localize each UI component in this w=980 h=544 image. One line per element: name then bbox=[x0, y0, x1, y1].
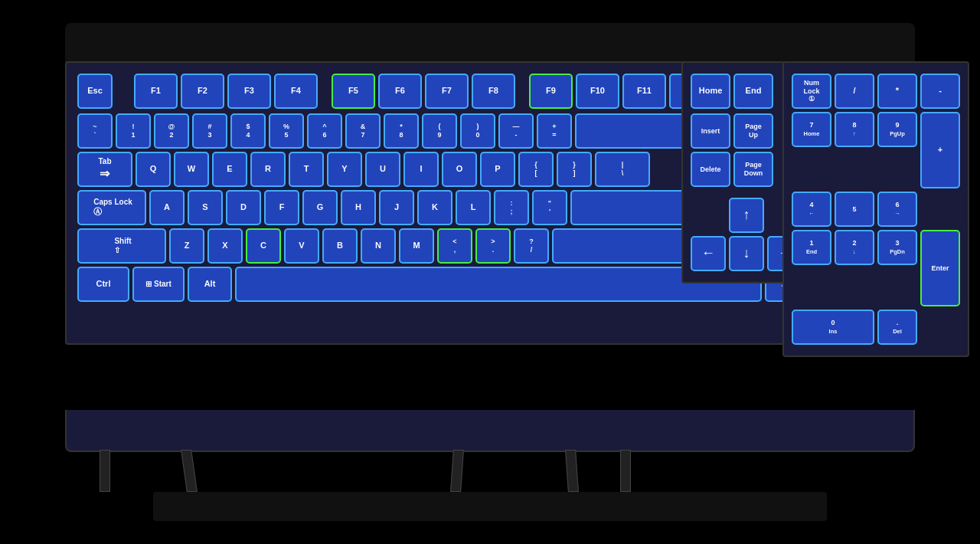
key-num3[interactable]: 3PgDn bbox=[877, 230, 917, 265]
key-d[interactable]: D bbox=[226, 190, 261, 225]
key-c[interactable]: C bbox=[246, 228, 281, 264]
key-arrow-up[interactable]: ↑ bbox=[729, 198, 764, 233]
key-m[interactable]: M bbox=[399, 228, 434, 264]
key-num8[interactable]: 8↑ bbox=[835, 112, 874, 147]
key-num5[interactable]: 5 bbox=[835, 192, 874, 227]
key-p[interactable]: P bbox=[480, 152, 515, 187]
key-2[interactable]: @2 bbox=[154, 113, 189, 149]
key-x[interactable]: X bbox=[207, 228, 243, 264]
key-num4[interactable]: 4← bbox=[792, 192, 831, 227]
key-arrow-left[interactable]: ← bbox=[691, 236, 726, 271]
key-equals[interactable]: += bbox=[537, 113, 572, 149]
key-quote[interactable]: "' bbox=[532, 190, 567, 225]
key-num-dot[interactable]: .Del bbox=[877, 310, 917, 345]
key-num-mul[interactable]: * bbox=[877, 74, 917, 109]
key-l[interactable]: L bbox=[456, 190, 491, 225]
key-n[interactable]: N bbox=[361, 228, 396, 264]
key-w[interactable]: W bbox=[174, 152, 209, 187]
key-f[interactable]: F bbox=[264, 190, 299, 225]
key-v[interactable]: V bbox=[284, 228, 319, 264]
key-f3[interactable]: F3 bbox=[227, 74, 271, 109]
key-comma[interactable]: <, bbox=[437, 228, 472, 264]
key-0[interactable]: )0 bbox=[460, 113, 495, 149]
key-f9[interactable]: F9 bbox=[529, 74, 573, 109]
key-num-enter[interactable]: Enter bbox=[920, 230, 960, 306]
key-t[interactable]: T bbox=[289, 152, 324, 187]
key-numlock[interactable]: NumLock① bbox=[792, 74, 831, 109]
key-g[interactable]: G bbox=[302, 190, 338, 225]
key-num6[interactable]: 6→ bbox=[877, 192, 917, 227]
key-home[interactable]: Home bbox=[691, 74, 730, 109]
key-num0[interactable]: 0Ins bbox=[792, 310, 874, 345]
key-minus[interactable]: —- bbox=[498, 113, 534, 149]
key-7[interactable]: &7 bbox=[345, 113, 381, 149]
key-4[interactable]: $4 bbox=[230, 113, 266, 149]
key-num-add[interactable]: + bbox=[920, 112, 960, 188]
key-ctrl-left[interactable]: Ctrl bbox=[77, 267, 129, 302]
key-f4[interactable]: F4 bbox=[274, 74, 318, 109]
key-backslash[interactable]: |\ bbox=[595, 152, 650, 187]
key-i[interactable]: I bbox=[403, 152, 439, 187]
key-q[interactable]: Q bbox=[136, 152, 171, 187]
key-num2[interactable]: 2↓ bbox=[835, 230, 874, 265]
key-k[interactable]: K bbox=[417, 190, 452, 225]
key-f7[interactable]: F7 bbox=[425, 74, 469, 109]
key-s[interactable]: S bbox=[188, 190, 223, 225]
key-shift-left[interactable]: Shift⇧ bbox=[77, 228, 166, 264]
key-e[interactable]: E bbox=[212, 152, 247, 187]
key-1[interactable]: !1 bbox=[116, 113, 151, 149]
key-3[interactable]: #3 bbox=[192, 113, 227, 149]
key-5[interactable]: %5 bbox=[269, 113, 304, 149]
key-insert[interactable]: Insert bbox=[691, 113, 730, 149]
key-pageup[interactable]: PageUp bbox=[733, 113, 773, 149]
key-arrow-down[interactable]: ↓ bbox=[729, 236, 764, 271]
key-semicolon[interactable]: :; bbox=[494, 190, 529, 225]
key-tilde[interactable]: ~` bbox=[77, 113, 113, 149]
key-f6[interactable]: F6 bbox=[378, 74, 422, 109]
key-pagedown[interactable]: PageDown bbox=[733, 152, 773, 187]
key-alt-left[interactable]: Alt bbox=[188, 267, 232, 302]
key-h[interactable]: H bbox=[341, 190, 376, 225]
key-z[interactable]: Z bbox=[169, 228, 204, 264]
key-f1[interactable]: F1 bbox=[134, 74, 178, 109]
key-o[interactable]: O bbox=[442, 152, 477, 187]
key-num7[interactable]: 7Home bbox=[792, 112, 831, 147]
key-num-div[interactable]: / bbox=[835, 74, 874, 109]
key-9[interactable]: (9 bbox=[422, 113, 457, 149]
key-capslock[interactable]: Caps LockⒶ bbox=[77, 190, 146, 225]
key-slash[interactable]: ?/ bbox=[514, 228, 549, 264]
key-end[interactable]: End bbox=[733, 74, 773, 109]
key-u[interactable]: U bbox=[365, 152, 400, 187]
key-esc[interactable]: Esc bbox=[77, 74, 113, 109]
key-num9[interactable]: 9PgUp bbox=[877, 112, 917, 147]
key-num1[interactable]: 1End bbox=[792, 230, 831, 265]
key-num-sub[interactable]: - bbox=[920, 74, 960, 109]
key-period[interactable]: >. bbox=[475, 228, 511, 264]
key-b[interactable]: B bbox=[322, 228, 358, 264]
key-f2[interactable]: F2 bbox=[181, 74, 224, 109]
key-delete[interactable]: Delete bbox=[691, 152, 730, 187]
key-lbracket[interactable]: {[ bbox=[518, 152, 554, 187]
key-tab[interactable]: Tab⇒ bbox=[77, 152, 132, 187]
key-rbracket[interactable]: }] bbox=[557, 152, 592, 187]
key-a[interactable]: A bbox=[149, 190, 185, 225]
key-8[interactable]: *8 bbox=[384, 113, 419, 149]
key-f8[interactable]: F8 bbox=[472, 74, 515, 109]
key-f5[interactable]: F5 bbox=[332, 74, 375, 109]
key-j[interactable]: J bbox=[379, 190, 414, 225]
key-r[interactable]: R bbox=[250, 152, 286, 187]
key-f10[interactable]: F10 bbox=[576, 74, 619, 109]
key-y[interactable]: Y bbox=[327, 152, 362, 187]
key-f11[interactable]: F11 bbox=[622, 74, 666, 109]
key-6[interactable]: ^6 bbox=[307, 113, 342, 149]
key-start[interactable]: ⊞ Start bbox=[132, 267, 185, 302]
